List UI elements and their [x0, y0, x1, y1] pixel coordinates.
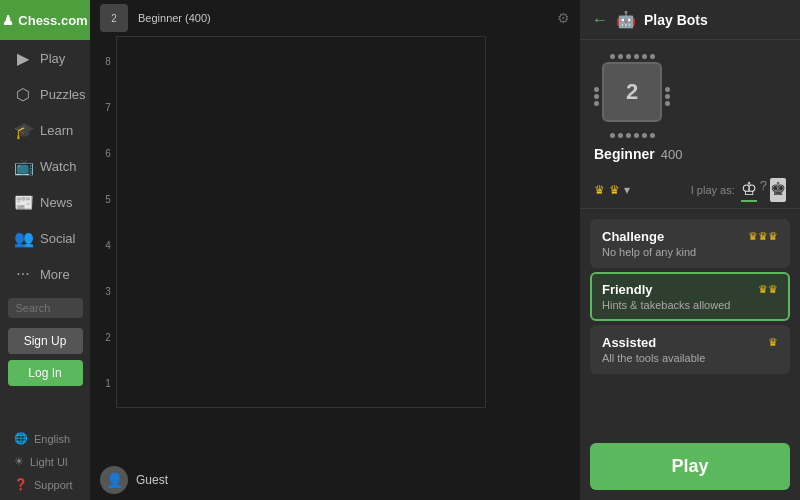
- learn-icon: 🎓: [14, 121, 32, 140]
- rank-label-8: 8: [100, 38, 116, 84]
- sidebar-item-learn[interactable]: 🎓 Learn: [0, 112, 90, 148]
- difficulty-assisted-name: Assisted: [602, 335, 656, 350]
- support-label: Support: [34, 479, 73, 491]
- bot-badge: 2: [100, 4, 128, 32]
- bot-name: Beginner: [594, 146, 655, 162]
- watch-icon: 📺: [14, 157, 32, 176]
- theme-label: Light UI: [30, 456, 68, 468]
- social-icon: 👥: [14, 229, 32, 248]
- white-piece-option[interactable]: ♔: [741, 178, 757, 202]
- sidebar-footer: 🌐 English ☀ Light UI ❓ Support: [0, 429, 90, 500]
- sidebar-item-social-label: Social: [40, 231, 75, 246]
- difficulty-challenge-crowns: ♛♛♛: [748, 230, 778, 243]
- rank-label-3: 3: [100, 268, 116, 314]
- support-icon: ❓: [14, 478, 28, 491]
- sidebar-item-learn-label: Learn: [40, 123, 73, 138]
- difficulty-friendly-header: Friendly ♛♛: [602, 282, 778, 297]
- play-as-label: I play as:: [691, 184, 735, 196]
- logo-icon: ♟: [2, 13, 14, 28]
- sidebar: ♟ Chess.com ▶ Play ⬡ Puzzles 🎓 Learn 📺 W…: [0, 0, 90, 500]
- gear-icon[interactable]: ⚙: [557, 10, 570, 26]
- sidebar-item-puzzles-label: Puzzles: [40, 87, 86, 102]
- nav-items: ▶ Play ⬡ Puzzles 🎓 Learn 📺 Watch 📰 News …: [0, 40, 90, 292]
- bot-chip-number: 2: [626, 79, 638, 105]
- difficulty-options: Challenge ♛♛♛ No help of any kind Friend…: [580, 209, 800, 433]
- rank-label-1: 1: [100, 360, 116, 406]
- bot-chip: 2: [602, 62, 662, 122]
- difficulty-crowns[interactable]: ♛ ♛ ▾: [594, 183, 630, 197]
- rank-label-7: 7: [100, 84, 116, 130]
- bot-rating: 400: [661, 147, 683, 162]
- play-as-row: ♛ ♛ ▾ I play as: ♔ ? ♚: [580, 172, 800, 209]
- rank-label-4: 4: [100, 222, 116, 268]
- bot-level-label: Beginner (400): [138, 12, 211, 24]
- difficulty-challenge-desc: No help of any kind: [602, 246, 778, 258]
- right-panel: ← 🤖 Play Bots 2: [580, 0, 800, 500]
- sidebar-item-more[interactable]: ··· More: [0, 256, 90, 292]
- panel-header: ← 🤖 Play Bots: [580, 0, 800, 40]
- bot-number: 2: [111, 13, 117, 24]
- rank-label-6: 6: [100, 130, 116, 176]
- sidebar-item-watch[interactable]: 📺 Watch: [0, 148, 90, 184]
- difficulty-friendly-desc: Hints & takebacks allowed: [602, 299, 778, 311]
- play-button-row: Play: [580, 433, 800, 500]
- difficulty-assisted[interactable]: Assisted ♛ All the tools available: [590, 325, 790, 374]
- search-input[interactable]: [8, 298, 83, 318]
- sidebar-item-more-label: More: [40, 267, 70, 282]
- log-in-button[interactable]: Log In: [8, 360, 83, 386]
- rank-label-2: 2: [100, 314, 116, 360]
- difficulty-friendly[interactable]: Friendly ♛♛ Hints & takebacks allowed: [590, 272, 790, 321]
- crown-icon-1: ♛: [594, 183, 605, 197]
- difficulty-challenge-name: Challenge: [602, 229, 664, 244]
- theme-icon: ☀: [14, 455, 24, 468]
- sidebar-item-puzzles[interactable]: ⬡ Puzzles: [0, 76, 90, 112]
- player-avatar-icon: 👤: [106, 472, 123, 488]
- more-icon: ···: [14, 265, 32, 283]
- difficulty-challenge[interactable]: Challenge ♛♛♛ No help of any kind: [590, 219, 790, 268]
- sidebar-item-news-label: News: [40, 195, 73, 210]
- rank-label-5: 5: [100, 176, 116, 222]
- piece-selector[interactable]: ♔ ? ♚: [741, 178, 786, 202]
- panel-title: Play Bots: [644, 12, 708, 28]
- chess-board[interactable]: [116, 36, 486, 408]
- black-piece-option[interactable]: ♚: [770, 178, 786, 202]
- difficulty-challenge-header: Challenge ♛♛♛: [602, 229, 778, 244]
- language-icon: 🌐: [14, 432, 28, 445]
- play-icon: ▶: [14, 49, 32, 68]
- bot-info: 2 Beginner 400: [580, 40, 800, 172]
- sidebar-item-news[interactable]: 📰 News: [0, 184, 90, 220]
- crown-icon-2: ♛: [609, 183, 620, 197]
- logo-text: Chess.com: [18, 13, 87, 28]
- difficulty-assisted-desc: All the tools available: [602, 352, 778, 364]
- chess-board-container: 87654321: [100, 36, 486, 408]
- difficulty-assisted-header: Assisted ♛: [602, 335, 778, 350]
- logo[interactable]: ♟ Chess.com: [0, 0, 90, 40]
- sidebar-item-play[interactable]: ▶ Play: [0, 40, 90, 76]
- random-piece-option[interactable]: ?: [760, 178, 767, 202]
- player-info: 👤 Guest: [90, 460, 580, 500]
- back-button[interactable]: ←: [592, 11, 608, 29]
- bot-panel-icon: 🤖: [616, 10, 636, 29]
- news-icon: 📰: [14, 193, 32, 212]
- theme-toggle[interactable]: ☀ Light UI: [14, 452, 68, 471]
- sign-up-button[interactable]: Sign Up: [8, 328, 83, 354]
- play-as-section: I play as: ♔ ? ♚: [691, 178, 786, 202]
- language-selector[interactable]: 🌐 English: [14, 429, 70, 448]
- rank-labels: 87654321: [100, 36, 116, 408]
- board-wrapper: 87654321: [90, 36, 496, 460]
- player-name: Guest: [136, 473, 168, 487]
- board-area: 87654321: [90, 36, 580, 460]
- difficulty-friendly-crowns: ♛♛: [758, 283, 778, 296]
- difficulty-friendly-name: Friendly: [602, 282, 653, 297]
- sidebar-item-social[interactable]: 👥 Social: [0, 220, 90, 256]
- language-label: English: [34, 433, 70, 445]
- play-button[interactable]: Play: [590, 443, 790, 490]
- support-link[interactable]: ❓ Support: [14, 475, 73, 494]
- difficulty-assisted-crowns: ♛: [768, 336, 778, 349]
- player-avatar: 👤: [100, 466, 128, 494]
- board-header: 2 Beginner (400) ⚙: [90, 0, 580, 36]
- puzzles-icon: ⬡: [14, 85, 32, 104]
- chevron-down-icon[interactable]: ▾: [624, 183, 630, 197]
- sidebar-item-watch-label: Watch: [40, 159, 76, 174]
- main-area: 2 Beginner (400) ⚙ 87654321 👤 Guest: [90, 0, 580, 500]
